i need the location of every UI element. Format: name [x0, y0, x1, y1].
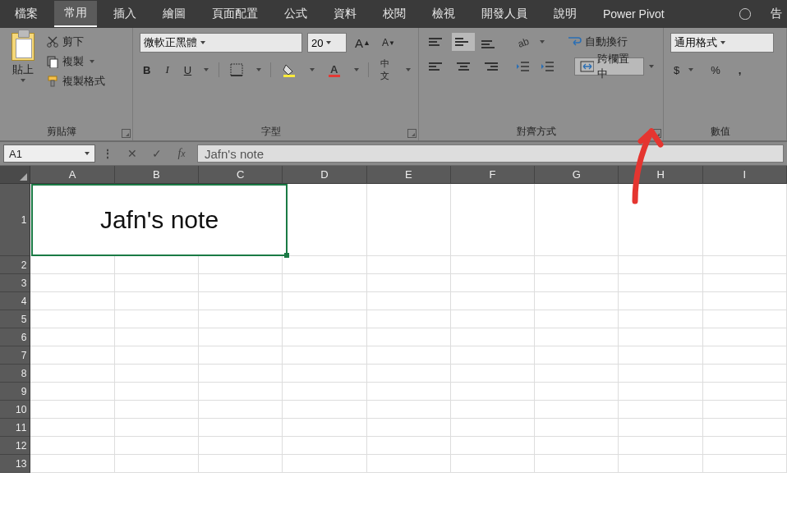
- tab-power-pivot[interactable]: Power Pivot: [593, 2, 674, 25]
- cell[interactable]: [619, 437, 702, 455]
- cell[interactable]: [703, 184, 787, 256]
- cell[interactable]: [451, 383, 535, 401]
- cell[interactable]: [283, 184, 366, 256]
- fill-handle[interactable]: [284, 253, 289, 258]
- cell[interactable]: [451, 455, 535, 473]
- col-header-G[interactable]: G: [535, 166, 619, 184]
- tab-developer[interactable]: 開發人員: [472, 2, 537, 26]
- clipboard-launcher[interactable]: [122, 129, 131, 138]
- cell[interactable]: [451, 310, 535, 328]
- cell[interactable]: [451, 346, 535, 365]
- cell[interactable]: [30, 419, 114, 437]
- select-all-corner[interactable]: [0, 166, 30, 184]
- cell[interactable]: [30, 346, 114, 365]
- cell[interactable]: [30, 292, 114, 310]
- cell[interactable]: [283, 455, 366, 473]
- row-header-12[interactable]: 12: [0, 437, 30, 455]
- cell[interactable]: [619, 346, 702, 365]
- cell[interactable]: [703, 401, 787, 419]
- cell[interactable]: [199, 383, 283, 401]
- cell[interactable]: [367, 346, 451, 365]
- merge-dropdown[interactable]: [647, 65, 656, 68]
- cancel-formula-button[interactable]: ✕: [120, 144, 145, 163]
- cell[interactable]: [451, 184, 535, 256]
- cell[interactable]: [199, 401, 283, 419]
- cell[interactable]: [30, 437, 114, 455]
- cell[interactable]: [199, 310, 283, 328]
- cell[interactable]: [619, 419, 702, 437]
- cell[interactable]: [535, 292, 619, 310]
- tab-data[interactable]: 資料: [324, 2, 366, 26]
- cell[interactable]: [115, 419, 199, 437]
- paste-dropdown[interactable]: [18, 79, 28, 82]
- font-size-select[interactable]: 20: [307, 33, 347, 53]
- tab-draw[interactable]: 繪圖: [153, 2, 196, 26]
- italic-button[interactable]: I: [162, 61, 172, 79]
- comma-button[interactable]: ,: [735, 61, 745, 79]
- cell[interactable]: [283, 274, 366, 292]
- cell[interactable]: [451, 401, 535, 419]
- alignment-launcher[interactable]: [652, 129, 661, 138]
- cell[interactable]: [451, 365, 535, 383]
- cell[interactable]: [619, 401, 702, 419]
- col-header-A[interactable]: A: [30, 166, 114, 184]
- cell[interactable]: [367, 292, 451, 310]
- tab-insert[interactable]: 插入: [104, 2, 146, 26]
- cell[interactable]: [199, 346, 283, 365]
- cut-button[interactable]: 剪下: [46, 33, 105, 51]
- cell[interactable]: [367, 401, 451, 419]
- cell[interactable]: [703, 274, 787, 292]
- row-header-9[interactable]: 9: [0, 383, 30, 401]
- cell[interactable]: [115, 383, 199, 401]
- copy-button[interactable]: 複製: [46, 53, 105, 71]
- row-header-3[interactable]: 3: [0, 274, 30, 292]
- fbar-menu-icon[interactable]: ⋮: [95, 144, 120, 163]
- align-middle-button[interactable]: [452, 33, 475, 51]
- cell[interactable]: [283, 401, 366, 419]
- cell[interactable]: [199, 437, 283, 455]
- cell[interactable]: [283, 346, 366, 365]
- fill-color-button[interactable]: [278, 61, 300, 79]
- cell[interactable]: [199, 256, 283, 274]
- cell[interactable]: [451, 292, 535, 310]
- cell[interactable]: [703, 328, 787, 346]
- cell[interactable]: [367, 455, 451, 473]
- row-header-10[interactable]: 10: [0, 401, 30, 419]
- cell[interactable]: [283, 437, 366, 455]
- orientation-button[interactable]: ab: [513, 33, 534, 51]
- paste-button[interactable]: 貼上: [7, 33, 39, 82]
- align-left-button[interactable]: [426, 57, 449, 76]
- increase-font-button[interactable]: A▲: [352, 34, 374, 52]
- col-header-E[interactable]: E: [367, 166, 451, 184]
- cell[interactable]: [30, 328, 114, 346]
- row-header-13[interactable]: 13: [0, 455, 30, 473]
- cell[interactable]: [619, 383, 702, 401]
- cell[interactable]: [283, 256, 366, 274]
- cell[interactable]: [115, 365, 199, 383]
- underline-dropdown[interactable]: [203, 68, 209, 71]
- cell[interactable]: [535, 437, 619, 455]
- tab-view[interactable]: 檢視: [422, 2, 465, 26]
- cell[interactable]: [703, 437, 787, 455]
- tell-me-cut[interactable]: 告: [761, 2, 782, 26]
- tab-formulas[interactable]: 公式: [274, 2, 317, 26]
- cell[interactable]: [619, 274, 702, 292]
- decrease-indent-button[interactable]: [513, 57, 534, 76]
- fill-color-dropdown[interactable]: [308, 68, 315, 71]
- cell[interactable]: [703, 419, 787, 437]
- cell[interactable]: [283, 328, 366, 346]
- row-header-7[interactable]: 7: [0, 346, 30, 365]
- cell[interactable]: [283, 419, 366, 437]
- cell[interactable]: [451, 328, 535, 346]
- cell[interactable]: [367, 365, 451, 383]
- cell[interactable]: [703, 292, 787, 310]
- cell[interactable]: [535, 256, 619, 274]
- phonetic-button[interactable]: 中文: [377, 61, 397, 79]
- bold-button[interactable]: B: [140, 61, 154, 79]
- tab-help[interactable]: 說明: [544, 2, 587, 26]
- border-button[interactable]: [227, 61, 246, 79]
- cell[interactable]: [535, 274, 619, 292]
- cell[interactable]: [367, 419, 451, 437]
- cell[interactable]: [115, 310, 199, 328]
- cell[interactable]: [703, 346, 787, 365]
